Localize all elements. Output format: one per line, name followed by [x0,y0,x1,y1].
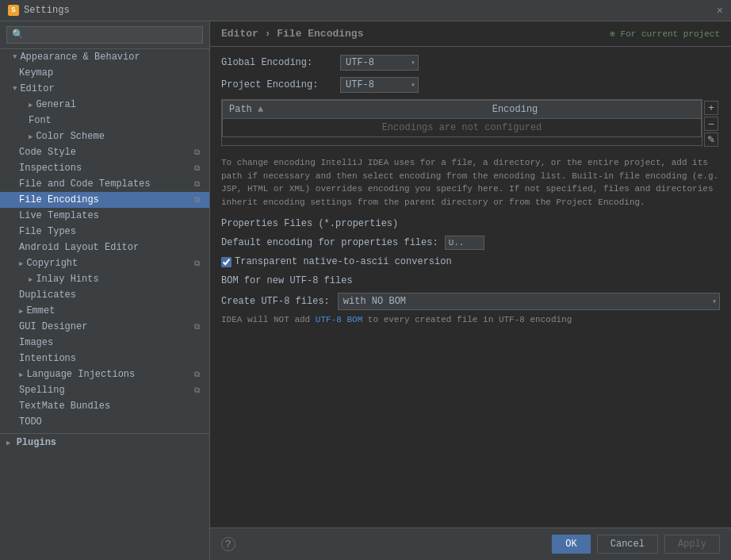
project-encoding-label: Project Encoding: [221,79,332,90]
sidebar-label-appearance: Appearance & Behavior [20,52,140,63]
sidebar-label-livetemplates: Live Templates [19,210,99,221]
sidebar-item-font[interactable]: Font [0,113,209,128]
sidebar-item-copyright[interactable]: ▶ Copyright ⧉ [0,255,209,271]
remove-path-button[interactable]: – [704,117,718,131]
footer: ? OK Cancel Apply [210,527,731,560]
bom-select-wrapper: with NO BOM with BOM with BOM if Windows… [338,293,720,310]
title-bar: S Settings × [0,0,731,21]
copy-icon-spelling: ⧉ [194,386,200,395]
cancel-button[interactable]: Cancel [597,535,658,554]
properties-section-title: Properties Files (*.properties) [221,218,720,229]
copy-icon-inspections: ⧉ [194,164,200,173]
sidebar-item-gui-designer[interactable]: GUI Designer ⧉ [0,319,209,335]
transparent-label-text: Transparent native-to-ascii conversion [235,256,452,267]
sidebar-item-spelling[interactable]: Spelling ⧉ [0,382,209,398]
sidebar-label-langinjections: Language Injections [26,369,135,380]
sidebar-label-spelling: Spelling [19,385,65,396]
sidebar-label-intentions: Intentions [19,353,76,364]
sidebar-item-duplicates[interactable]: Duplicates [0,287,209,303]
transparent-checkbox-label: Transparent native-to-ascii conversion [221,256,452,267]
triangle-copyright: ▶ [19,259,23,268]
sidebar-label-filetypes: File Types [19,226,76,237]
bom-note-highlight: UTF-8 BOM [316,315,362,324]
window-title: Settings [24,5,70,16]
sidebar-label-inlayhints: Inlay Hints [36,274,98,285]
sidebar-item-intentions[interactable]: Intentions [0,351,209,366]
sidebar-item-appearance[interactable]: ▼ Appearance & Behavior [0,49,209,65]
col-encoding-label: Encoding [492,104,538,115]
sidebar-item-textmate[interactable]: TextMate Bundles [0,398,209,414]
for-project-label: ⊕ For current project [610,29,720,39]
sidebar-label-plugins: Plugins [17,437,56,448]
triangle-emmet: ▶ [19,307,23,316]
bom-create-label: Create UTF-8 files: [221,296,330,307]
global-encoding-row: Global Encoding: UTF-8 ISO-8859-1 US-ASC… [221,55,720,71]
ok-button[interactable]: OK [552,535,590,554]
edit-path-button[interactable]: ✎ [704,132,718,147]
bom-section-title: BOM for new UTF-8 files [221,275,720,286]
sidebar-item-todo[interactable]: TODO [0,414,209,430]
bom-note-suffix: to every created file in UTF-8 encoding [362,315,572,324]
col-path-header: Path ▲ [223,101,486,119]
sidebar-label-androidlayout: Android Layout Editor [19,242,139,253]
transparent-checkbox[interactable] [221,257,232,267]
sidebar-label-editor: Editor [20,83,54,94]
sidebar-item-file-encodings[interactable]: File Encodings ⧉ [0,192,209,208]
copy-icon-guidesigner: ⧉ [194,323,200,332]
content-area: Editor › File Encodings ⊕ For current pr… [210,21,731,560]
sidebar-label-inspections: Inspections [19,163,82,174]
sidebar-item-images[interactable]: Images [0,335,209,351]
global-encoding-select-wrapper: UTF-8 ISO-8859-1 US-ASCII [340,55,419,71]
sidebar-label-images: Images [19,337,53,348]
content-header: Editor › File Encodings ⊕ For current pr… [210,21,731,47]
default-encoding-label: Default encoding for properties files: [221,237,438,248]
sidebar-item-android-layout[interactable]: Android Layout Editor [0,240,209,255]
global-encoding-select[interactable]: UTF-8 ISO-8859-1 US-ASCII [340,55,419,71]
col-encoding-header: Encoding [486,101,702,119]
properties-row: Default encoding for properties files: T… [221,236,720,267]
add-path-button[interactable]: + [704,101,718,115]
sidebar-item-live-templates[interactable]: Live Templates [0,208,209,224]
sidebar-item-general[interactable]: ▶ General [0,97,209,113]
help-button[interactable]: ? [221,537,235,551]
sidebar-label-duplicates: Duplicates [19,290,76,301]
table-section: Path ▲ Encoding Encodings are not config… [221,99,720,148]
default-encoding-input[interactable] [445,236,484,250]
sidebar-item-file-types[interactable]: File Types [0,224,209,240]
triangle-plugins: ▶ [6,439,10,447]
sidebar-item-keymap[interactable]: Keymap [0,65,209,81]
bom-note: IDEA will NOT add UTF-8 BOM to every cre… [221,315,720,324]
description-text: To change encoding IntelliJ IDEA uses fo… [221,156,720,209]
copy-icon-codestyle: ⧉ [194,148,200,157]
sidebar-label-colorscheme: Color Scheme [36,131,104,142]
breadcrumb-editor: Editor [221,28,258,40]
expand-icon-editor: ▼ [13,85,17,93]
project-encoding-select-wrapper: UTF-8 ISO-8859-1 US-ASCII [340,77,419,93]
close-button[interactable]: × [717,5,723,16]
sidebar-item-editor[interactable]: ▼ Editor [0,81,209,97]
apply-button[interactable]: Apply [664,535,720,554]
triangle-general: ▶ [29,101,33,109]
project-encoding-row: Project Encoding: UTF-8 ISO-8859-1 US-AS… [221,77,720,93]
sidebar-item-file-code-templates[interactable]: File and Code Templates ⧉ [0,176,209,192]
sidebar-item-inspections[interactable]: Inspections ⧉ [0,160,209,176]
sidebar-item-emmet[interactable]: ▶ Emmet [0,303,209,319]
plugins-header[interactable]: ▶ Plugins [0,433,209,451]
triangle-inlayhints: ▶ [29,275,33,284]
table-side-buttons: + – ✎ [702,99,720,148]
sidebar-label-codestyle: Code Style [19,147,76,158]
project-encoding-select[interactable]: UTF-8 ISO-8859-1 US-ASCII [340,77,419,93]
search-box [0,21,209,49]
sidebar-label-font: Font [29,115,52,126]
title-bar-left: S Settings [8,5,70,16]
triangle-langinjections: ▶ [19,370,23,379]
sidebar-item-language-injections[interactable]: ▶ Language Injections ⧉ [0,366,209,382]
sidebar-label-general: General [36,99,75,110]
sidebar-label-textmate: TextMate Bundles [19,401,110,412]
bom-select[interactable]: with NO BOM with BOM with BOM if Windows… [338,293,720,310]
sidebar-item-inlay-hints[interactable]: ▶ Inlay Hints [0,271,209,287]
sidebar-item-code-style[interactable]: Code Style ⧉ [0,144,209,160]
sidebar-item-color-scheme[interactable]: ▶ Color Scheme [0,128,209,144]
search-input[interactable] [6,26,203,44]
sidebar-label-todo: TODO [19,416,42,428]
